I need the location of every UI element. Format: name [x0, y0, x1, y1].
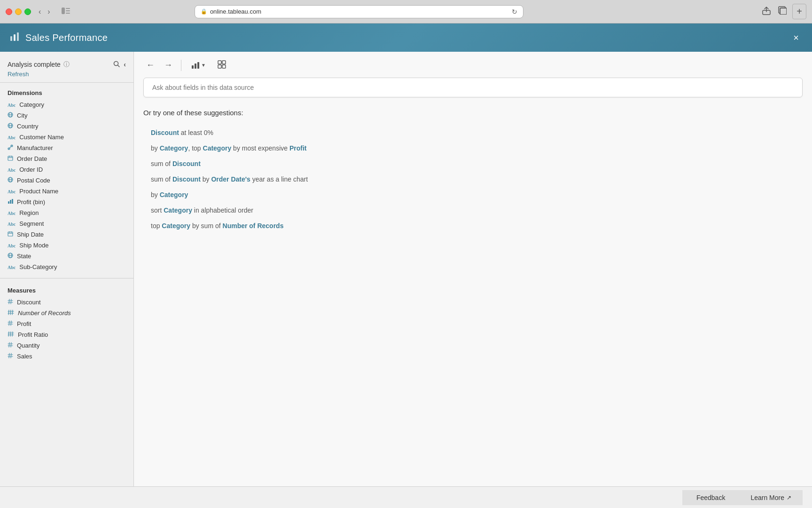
grid-view-button[interactable] [214, 58, 230, 72]
suggestion-item[interactable]: Discount at least 0% [143, 125, 803, 141]
measure-item[interactable]: Number of Records [0, 308, 133, 318]
fullscreen-traffic-light[interactable] [24, 8, 31, 15]
measure-item[interactable]: Profit [0, 318, 133, 329]
refresh-link[interactable]: Refresh [8, 71, 29, 78]
external-link-icon: ↗ [787, 494, 791, 501]
suggestion-text: at least 0% [179, 129, 213, 136]
measure-item[interactable]: Discount [0, 297, 133, 308]
field-name: State [17, 253, 31, 260]
measure-item[interactable]: Quantity [0, 340, 133, 351]
new-tab-button[interactable]: + [792, 4, 806, 19]
suggestion-item[interactable]: by Category [143, 187, 803, 203]
field-type-icon: Abc [8, 209, 16, 216]
field-name: Product Name [19, 188, 58, 195]
field-type-icon: Abc [8, 101, 16, 108]
forward-viz-button[interactable]: → [161, 58, 175, 72]
dimension-item[interactable]: AbcShip Mode [0, 240, 133, 251]
suggestion-field: Order Date's [211, 175, 250, 183]
reload-button[interactable]: ↻ [512, 8, 517, 16]
analysis-status: Analysis complete [8, 61, 61, 68]
viz-type-button[interactable]: ▼ [187, 59, 210, 71]
svg-rect-69 [222, 65, 226, 68]
svg-line-51 [10, 332, 11, 336]
svg-line-38 [11, 299, 11, 304]
svg-rect-10 [17, 32, 19, 41]
suggestion-item[interactable]: by Category, top Category by most expens… [143, 141, 803, 156]
app-icon [9, 32, 20, 44]
dimension-item[interactable]: AbcProduct Name [0, 186, 133, 197]
suggestion-item[interactable]: sum of Discount [143, 156, 803, 172]
field-type-icon: Abc [8, 220, 16, 227]
svg-rect-9 [14, 34, 16, 41]
analysis-row: Analysis complete ⓘ ‹ [8, 60, 126, 69]
field-name: Profit Ratio [18, 331, 48, 338]
svg-line-47 [11, 321, 11, 325]
suggestion-text: year as a line chart [250, 175, 308, 183]
dimension-item[interactable]: Order Date [0, 153, 133, 164]
field-name: Segment [19, 220, 44, 227]
dimension-item[interactable]: Ship Date [0, 229, 133, 240]
field-type-icon [8, 155, 13, 162]
dimension-item[interactable]: Postal Code [0, 175, 133, 186]
dimension-item[interactable]: AbcCategory [0, 99, 133, 110]
field-name: Manufacturer [17, 144, 53, 151]
suggestion-item[interactable]: top Category by sum of Number of Records [143, 218, 803, 234]
url-text: online.tableau.com [210, 8, 509, 15]
back-viz-button[interactable]: ← [143, 58, 157, 72]
field-name: Country [17, 123, 39, 130]
analysis-actions: ‹ [113, 61, 126, 69]
dimension-item[interactable]: City [0, 110, 133, 121]
minimize-traffic-light[interactable] [15, 8, 22, 15]
forward-button[interactable]: › [45, 6, 53, 18]
suggestion-field: Category [164, 206, 192, 214]
browser-actions: + [760, 4, 806, 19]
right-panel: ← → ▼ [134, 52, 812, 486]
suggestions-area: Or try one of these suggestions: Discoun… [134, 97, 812, 486]
dimensions-label: Dimensions [0, 83, 133, 99]
toolbar: ← → ▼ [134, 52, 812, 72]
dimension-item[interactable]: State [0, 251, 133, 262]
suggestion-item[interactable]: sum of Discount by Order Date's year as … [143, 172, 803, 187]
tabs-button[interactable] [776, 4, 789, 19]
dimension-item[interactable]: AbcSub-Category [0, 262, 133, 272]
learn-more-button[interactable]: Learn More ↗ [739, 490, 803, 505]
svg-rect-20 [8, 156, 13, 160]
suggestion-field: Category [203, 144, 232, 152]
svg-rect-6 [780, 8, 787, 15]
field-name: Number of Records [18, 310, 71, 317]
info-icon[interactable]: ⓘ [63, 60, 70, 69]
field-type-icon [8, 144, 13, 151]
svg-rect-1 [66, 8, 70, 9]
svg-line-43 [12, 310, 13, 315]
measure-item[interactable]: Sales [0, 351, 133, 362]
dimension-item[interactable]: Profit (bin) [0, 197, 133, 207]
url-bar[interactable]: 🔒 online.tableau.com ↻ [195, 5, 523, 18]
dimension-item[interactable]: Country [0, 121, 133, 132]
close-button[interactable]: × [789, 31, 803, 44]
measure-item[interactable]: Profit Ratio [0, 329, 133, 340]
dimension-item[interactable]: AbcOrder ID [0, 164, 133, 175]
dimension-item[interactable]: Manufacturer [0, 143, 133, 153]
svg-rect-66 [218, 61, 221, 64]
dimension-item[interactable]: AbcCustomer Name [0, 132, 133, 143]
svg-rect-67 [222, 61, 226, 64]
search-icon-button[interactable] [113, 61, 120, 69]
collapse-button[interactable]: ‹ [124, 61, 126, 68]
viz-dropdown-icon: ▼ [201, 63, 206, 68]
ask-data-input[interactable] [143, 78, 803, 97]
analysis-title-row: Analysis complete ⓘ [8, 60, 70, 69]
field-name: Ship Mode [19, 242, 48, 249]
field-name: Region [19, 209, 39, 216]
dimension-item[interactable]: AbcSegment [0, 218, 133, 229]
share-button[interactable] [760, 4, 773, 19]
back-button[interactable]: ‹ [36, 6, 44, 18]
feedback-button[interactable]: Feedback [682, 490, 739, 505]
suggestion-item[interactable]: sort Category in alphabetical order [143, 203, 803, 218]
sidebar-toggle-button[interactable] [58, 6, 74, 18]
close-traffic-light[interactable] [6, 8, 12, 15]
svg-line-42 [10, 310, 11, 315]
svg-rect-3 [66, 13, 70, 14]
field-type-icon [8, 198, 13, 206]
dimensions-list: AbcCategoryCityCountryAbcCustomer NameMa… [0, 99, 133, 276]
dimension-item[interactable]: AbcRegion [0, 207, 133, 218]
